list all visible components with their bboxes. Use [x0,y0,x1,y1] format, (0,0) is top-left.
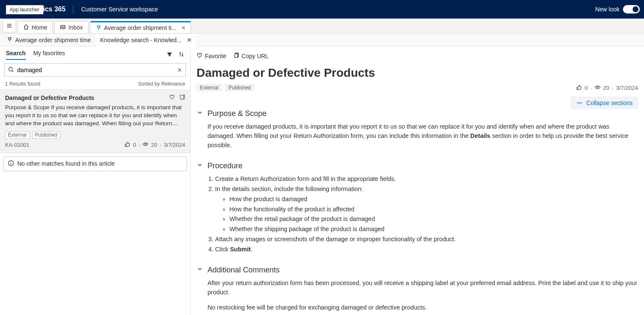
favorites-tab[interactable]: My favorites [33,50,65,60]
tab-case[interactable]: Average order shipment ti... ✕ [90,21,191,34]
new-look-toggle-group: New look [595,5,640,13]
procedure-step: Click Submit. [215,245,638,254]
sort-label: Sorted by Relevance [138,81,185,87]
additional-paragraph: After your return authorization form has… [207,279,638,297]
chevron-down-icon[interactable] [197,109,203,118]
article-date: 3/7/2024 [616,85,638,91]
filter-icon[interactable] [167,51,172,59]
no-more-matches-notice: No other matches found in this article [3,156,187,171]
chip-external: External [5,131,30,139]
tab-home[interactable]: Home [18,21,53,34]
global-header: App launcher ics 365 Customer Service wo… [0,0,644,19]
info-icon [8,160,14,167]
tab-inbox[interactable]: Inbox [54,21,88,34]
like-count: 0 [133,142,136,148]
like-icon [576,84,582,92]
procedure-step: Create a Return Authorization form and f… [215,175,638,184]
badge-published: Published [225,84,254,92]
svg-rect-15 [181,95,184,100]
view-count: 20 [603,85,609,91]
tab-inbox-label: Inbox [68,24,83,31]
results-count: 1 Results found [5,81,40,87]
section-additional: Additional Comments After your return au… [197,266,638,312]
new-look-toggle[interactable] [623,5,640,13]
section-purpose: Purpose & Scope If you receive damaged p… [197,109,638,150]
procedure-substep: How the product is damaged [229,195,638,204]
new-look-label: New look [595,6,620,13]
close-icon[interactable]: ✕ [187,37,192,43]
svg-line-14 [12,70,14,72]
workspace-name: Customer Service workspace [73,5,158,13]
search-result-item[interactable]: Damaged or Defective Products Purpose & … [0,89,190,153]
case-icon [7,36,13,43]
copy-url-label: Copy URL [242,53,269,59]
close-icon[interactable]: ✕ [181,25,186,31]
knowledge-search-panel: Search My favorites ✕ 1 Results found So… [0,46,191,315]
search-icon [8,67,14,74]
view-count: 20 [151,142,157,148]
favorite-button[interactable]: Favorite [197,52,226,59]
tab-strip: Home Inbox Average order shipment ti... … [0,19,644,34]
popout-icon[interactable] [179,94,185,101]
sort-icon[interactable] [178,51,184,59]
section-additional-heading: Additional Comments [207,266,280,275]
article-id: KA-01001 [5,142,30,148]
app-launcher-tooltip: App launcher [6,5,43,14]
site-map-button[interactable] [3,19,16,32]
favorite-label: Favorite [205,53,226,59]
procedure-step: Attach any images or screenshots of the … [215,235,638,244]
tab-home-label: Home [32,24,47,31]
like-icon [124,141,130,148]
heart-icon [197,52,202,59]
brand-name: ics 365 [43,5,65,13]
section-purpose-body: If you receive damaged products, it is i… [197,122,638,150]
procedure-step: In the details section, include the foll… [215,185,638,234]
search-tab[interactable]: Search [6,50,26,60]
section-procedure-heading: Procedure [207,162,243,170]
result-snippet: Purpose & Scope If you receive damaged p… [5,104,185,128]
tab-case-label: Average order shipment ti... [104,24,177,31]
copy-icon [233,52,239,59]
copy-url-button[interactable]: Copy URL [233,52,269,59]
result-title: Damaged or Defective Products [5,94,94,101]
notice-text: No other matches found in this article [17,160,115,167]
search-input[interactable] [17,67,174,73]
procedure-substep: How the functionality of the product is … [229,205,638,214]
collapse-label: Collapse sections [586,100,633,106]
view-icon [595,84,601,92]
result-date: 3/7/2024 [164,142,185,148]
view-icon [143,141,148,148]
section-procedure: Procedure Create a Return Authorization … [197,162,638,254]
chevron-down-icon[interactable] [197,266,203,275]
svg-point-13 [9,67,13,71]
inbox-icon [60,24,66,31]
badge-external: External [197,84,222,92]
like-count: 0 [585,85,588,91]
subtab-knowledge-search[interactable]: Knowledge search - Knowled... ✕ [96,34,196,46]
sub-tab-strip: Average order shipment time Knowledge se… [0,34,644,46]
subtab-knowledge-label: Knowledge search - Knowled... [100,37,182,43]
article-title: Damaged or Defective Products [197,66,638,80]
section-purpose-heading: Purpose & Scope [207,109,267,118]
procedure-substep: Whether the retail package of the produc… [229,215,638,224]
clear-search-icon[interactable]: ✕ [177,67,182,73]
favorite-icon[interactable] [169,94,175,101]
svg-rect-20 [234,54,237,58]
additional-paragraph: No restocking fee will be charged for ex… [207,303,638,312]
case-icon [96,24,102,32]
chip-published: Published [32,131,60,139]
home-icon [23,24,29,31]
search-input-wrapper: ✕ [4,63,186,77]
collapse-sections-button[interactable]: Collapse sections [571,97,638,109]
chevron-down-icon[interactable] [197,162,203,170]
article-viewer: Favorite Copy URL Damaged or Defective P… [191,46,644,315]
subtab-case-label: Average order shipment time [15,37,91,43]
subtab-case-form[interactable]: Average order shipment time [3,34,95,46]
svg-point-21 [597,86,598,88]
svg-point-16 [145,143,147,145]
procedure-substep: Whether the shipping package of the prod… [229,225,638,234]
